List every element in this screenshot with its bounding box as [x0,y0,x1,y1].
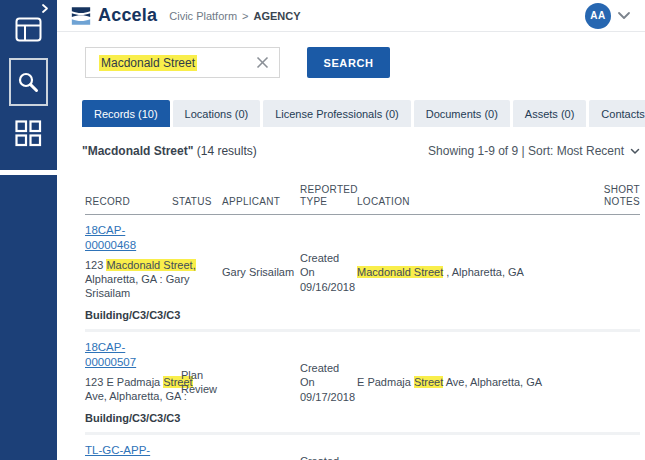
column-header-applicant: APPLICANT [222,196,300,208]
column-header-reported-type: REPORTED TYPE [300,184,357,208]
record-description: 123 Macdonald Street, Alpharetta, GA : G… [85,258,201,301]
record-link[interactable]: 18CAP-00000507 [85,340,172,370]
tab-locations[interactable]: Locations (0) [173,100,261,127]
result-count-text: (14 results) [193,144,256,158]
breadcrumb: Civic Platform > AGENCY [169,10,300,22]
tab-contacts[interactable]: Contacts (1) [589,100,645,127]
left-navigation-sidebar [0,0,57,460]
location-cell: Macdonald Street , Alpharetta, GA [357,265,582,279]
reported-type-cell: Created On 09/20/2018 [300,454,357,460]
results-table: RECORDSTATUSAPPLICANTREPORTED TYPELOCATI… [85,184,640,460]
clear-search-icon[interactable] [255,55,270,70]
record-category: Building/C3/C3/C3 [85,308,201,322]
search-section: Macdonald Street SEARCH [85,47,645,78]
location-cell: E Padmaja Street Ave, Alpharetta, GA [357,375,582,389]
search-button[interactable]: SEARCH [307,47,390,78]
search-term-highlight: Street [414,376,443,388]
results-summary-row: "Macdonald Street" (14 results) Showing … [82,144,640,158]
column-header-location: LOCATION [357,196,582,208]
breadcrumb-platform[interactable]: Civic Platform [169,10,237,22]
record-cell: 18CAP-00000468 123 Macdonald Street, Alp… [85,223,172,322]
breadcrumb-separator: > [242,10,248,22]
logo-wordmark: Accela [98,5,157,26]
accela-logo: Accela [70,5,157,26]
column-header-status: STATUS [172,196,222,208]
tab-documents[interactable]: Documents (0) [414,100,510,127]
search-nav-item-active[interactable] [9,58,48,106]
record-category: Building/C3/C3/C3 [85,411,201,425]
sidebar-icon-section [0,0,57,170]
search-term-text: "Macdonald Street" [82,144,193,158]
tab-records[interactable]: Records (10) [82,100,170,127]
reported-type-cell: Created On 09/16/2018 [300,251,357,294]
tabs: Records (10)Locations (0)License Profess… [82,100,645,127]
magnifier-icon [17,71,40,94]
top-header-bar: Accela Civic Platform > AGENCY AA [57,0,645,32]
user-avatar[interactable]: AA [585,3,611,29]
results-table-header: RECORDSTATUSAPPLICANTREPORTED TYPELOCATI… [85,184,640,215]
search-term-highlight: Macdonald Street, [106,259,195,271]
record-link[interactable]: TL-GC-APP-000002 [85,443,172,460]
applicant-cell: Gary Srisailam [222,265,300,279]
search-term-highlight: Macdonald Street [357,266,443,278]
search-input[interactable]: Macdonald Street [85,47,280,78]
account-menu-chevron-icon[interactable] [617,11,631,20]
sidebar-lower-panel [0,175,57,460]
layout-panels-icon[interactable] [15,17,42,42]
reported-type-cell: Created On 09/17/2018 [300,361,357,404]
expand-chevron-icon[interactable] [40,3,50,14]
main-content: Accela Civic Platform > AGENCY AA Macdon… [57,0,645,460]
table-row: 18CAP-00000507 123 E Padmaja Street Ave,… [85,332,640,435]
sort-chevron-icon[interactable] [630,148,640,155]
breadcrumb-agency: AGENCY [254,10,301,22]
tab-assets[interactable]: Assets (0) [513,100,587,127]
column-header-record: RECORD [85,196,172,208]
status-cell: Plan Review [172,368,222,397]
record-cell: 18CAP-00000507 123 E Padmaja Street Ave,… [85,340,172,425]
table-row: 18CAP-00000468 123 Macdonald Street, Alp… [85,215,640,332]
table-row: TL-GC-APP-000002 General Contractor Lice… [85,435,640,460]
showing-sort-text: Showing 1-9 of 9 | Sort: Most Recent [428,144,624,158]
column-header-short-notes: SHORT NOTES [582,184,640,208]
results-summary: "Macdonald Street" (14 results) [82,144,257,158]
search-input-value: Macdonald Street [99,55,197,71]
results-table-body: 18CAP-00000468 123 Macdonald Street, Alp… [85,215,640,460]
record-link[interactable]: 18CAP-00000468 [85,223,172,253]
app-grid-icon[interactable] [15,120,42,147]
tab-license-professionals[interactable]: License Professionals (0) [263,100,411,127]
record-cell: TL-GC-APP-000002 General Contractor Lice… [85,443,172,460]
accela-logo-mark [70,6,92,26]
